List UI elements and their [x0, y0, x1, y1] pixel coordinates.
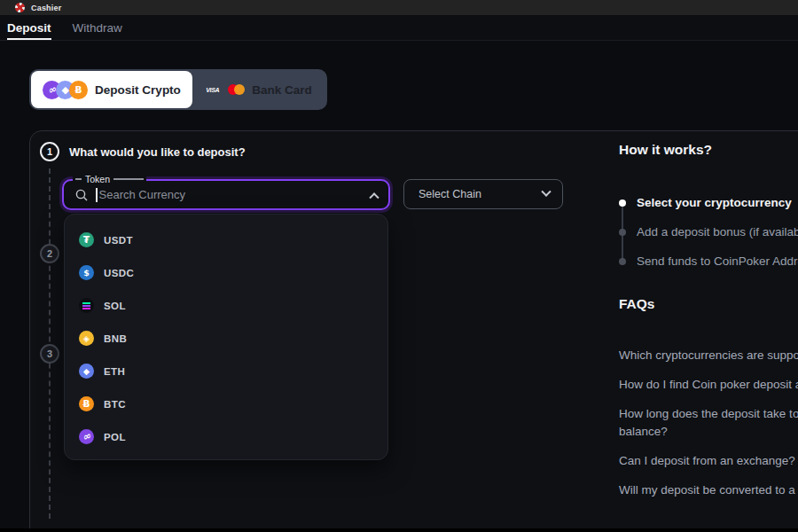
tab-withdraw-label: Withdraw [73, 21, 122, 35]
how-it-works-steps: Select your cryptocurrency Add a deposit… [619, 188, 798, 276]
faq-question[interactable]: Will my deposit be converted to a differ… [619, 481, 798, 499]
token-option-bnb[interactable]: ◈ BNB [65, 322, 387, 355]
hiw-bullet-icon [619, 200, 626, 207]
pol-coin-icon: ∞ [79, 429, 94, 444]
token-label: SOL [104, 301, 126, 311]
token-label: POL [104, 432, 126, 442]
deposit-method-toggle: ∞◆Ƀ Deposit Crypto VISA Bank Card [29, 69, 327, 110]
faq-question[interactable]: How do I find Coin poker deposit address… [619, 376, 798, 394]
usdt-coin-icon: ₮ [79, 232, 94, 247]
sol-coin-icon [79, 298, 94, 313]
btc-coin-icon: Ƀ [69, 81, 88, 99]
token-option-usdc[interactable]: $ USDC [65, 256, 387, 289]
tab-deposit[interactable]: Deposit [7, 15, 51, 40]
token-label: USDT [104, 235, 133, 246]
bottom-edge [0, 528, 798, 532]
token-dropdown: ₮ USDT $ USDC SOL ◈ BNB ◆ ETH Ƀ BTC ∞ PO… [64, 214, 388, 460]
faq-question[interactable]: Can I deposit from an exchange? [619, 452, 798, 470]
deposit-crypto-button[interactable]: ∞◆Ƀ Deposit Crypto [31, 71, 192, 108]
eth-coin-icon: ◆ [79, 364, 94, 379]
token-option-pol[interactable]: ∞ POL [65, 420, 387, 453]
hiw-step-label: Add a deposit bonus (if available) [637, 225, 798, 239]
token-label: BTC [104, 399, 126, 410]
search-icon [74, 188, 89, 202]
token-option-btc[interactable]: Ƀ BTC [65, 387, 387, 420]
visa-icon: VISA [206, 87, 219, 93]
hiw-step[interactable]: Add a deposit bonus (if available) [619, 217, 798, 246]
faq-question[interactable]: How long does the deposit take to show u… [619, 405, 798, 441]
tab-deposit-label: Deposit [7, 21, 51, 35]
chain-select-label: Select Chain [419, 188, 481, 200]
window-title: Cashier [31, 4, 61, 12]
hiw-bullet-icon [619, 229, 626, 236]
mastercard-icon [228, 84, 245, 95]
token-field-label: Token [73, 174, 146, 184]
faq-list: Which cryptocurrencies are supported? Ho… [619, 347, 798, 511]
hiw-bullet-icon [619, 258, 626, 265]
step-3-indicator: 3 [40, 344, 59, 364]
cashier-tabs: Deposit Withdraw [0, 15, 798, 41]
usdc-coin-icon: $ [79, 265, 94, 280]
token-label: ETH [104, 366, 125, 377]
chevron-up-icon [369, 192, 379, 202]
token-option-sol[interactable]: SOL [65, 289, 387, 322]
bank-card-label: Bank Card [252, 83, 312, 97]
btc-coin-icon: Ƀ [79, 396, 94, 411]
search-currency-input[interactable] [98, 188, 372, 201]
faqs-title: FAQs [619, 296, 654, 312]
step-2-indicator: 2 [40, 244, 59, 263]
token-option-eth[interactable]: ◆ ETH [65, 355, 387, 387]
deposit-crypto-label: Deposit Crypto [95, 83, 181, 97]
tab-withdraw[interactable]: Withdraw [73, 15, 122, 40]
step-1-indicator: 1 [40, 142, 59, 161]
chain-select[interactable]: Select Chain [403, 179, 563, 209]
token-search-box[interactable]: Token [62, 179, 390, 210]
hiw-step-label: Select your cryptocurrency [637, 196, 792, 209]
chevron-down-icon [541, 187, 551, 197]
hiw-step[interactable]: Send funds to CoinPoker Address [619, 246, 798, 276]
bank-card-button[interactable]: VISA Bank Card [192, 71, 325, 108]
faq-question[interactable]: Which cryptocurrencies are supported? [619, 347, 798, 364]
bnb-coin-icon: ◈ [79, 331, 94, 346]
how-it-works-title: How it works? [619, 142, 712, 158]
token-label: USDC [104, 268, 134, 278]
crypto-coins-icon: ∞◆Ƀ [43, 81, 88, 99]
token-option-usdt[interactable]: ₮ USDT [65, 223, 387, 256]
coinpoker-logo-icon [15, 3, 25, 12]
window-titlebar: Cashier [0, 0, 798, 15]
hiw-step[interactable]: Select your cryptocurrency [619, 188, 798, 217]
hiw-step-label: Send funds to CoinPoker Address [637, 254, 798, 268]
token-label: BNB [104, 333, 127, 344]
step-1-question: What would you like to deposit? [69, 145, 246, 159]
